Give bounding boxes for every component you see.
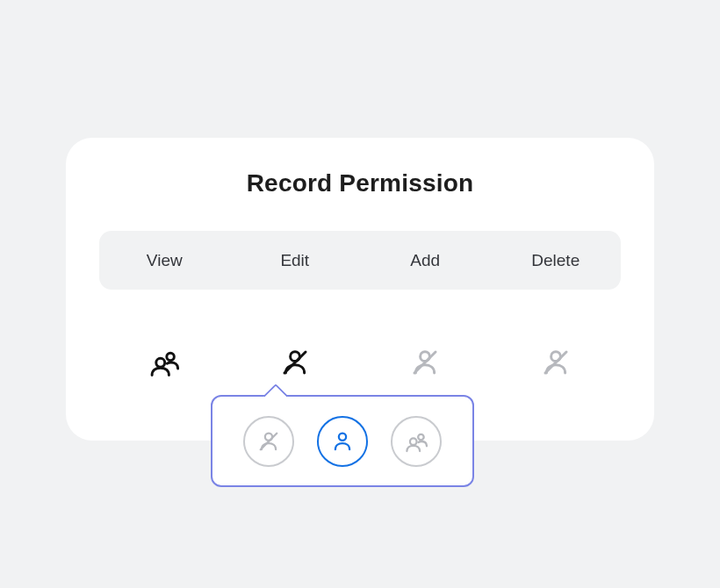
- permission-option-group[interactable]: [391, 416, 442, 467]
- permission-columns-header: View Edit Add Delete: [99, 231, 621, 290]
- permission-value-edit[interactable]: [230, 341, 361, 384]
- person-slash-icon: [410, 348, 440, 377]
- permission-value-view[interactable]: [99, 341, 230, 384]
- permission-values-row: [99, 341, 621, 384]
- person-icon: [331, 430, 354, 453]
- permission-option-single[interactable]: [317, 416, 368, 467]
- person-slash-icon: [541, 348, 571, 377]
- column-header-edit: Edit: [230, 231, 361, 290]
- column-header-add: Add: [360, 231, 491, 290]
- permission-value-add[interactable]: [360, 341, 491, 384]
- group-icon: [405, 430, 428, 453]
- person-slash-icon: [280, 348, 310, 377]
- person-slash-icon: [257, 430, 280, 453]
- column-header-delete: Delete: [491, 231, 622, 290]
- column-header-view: View: [99, 231, 230, 290]
- group-icon: [149, 348, 179, 377]
- permission-option-popover: [211, 395, 474, 487]
- panel-title: Record Permission: [66, 169, 654, 197]
- permission-option-none[interactable]: [243, 416, 294, 467]
- permission-value-delete[interactable]: [491, 341, 622, 384]
